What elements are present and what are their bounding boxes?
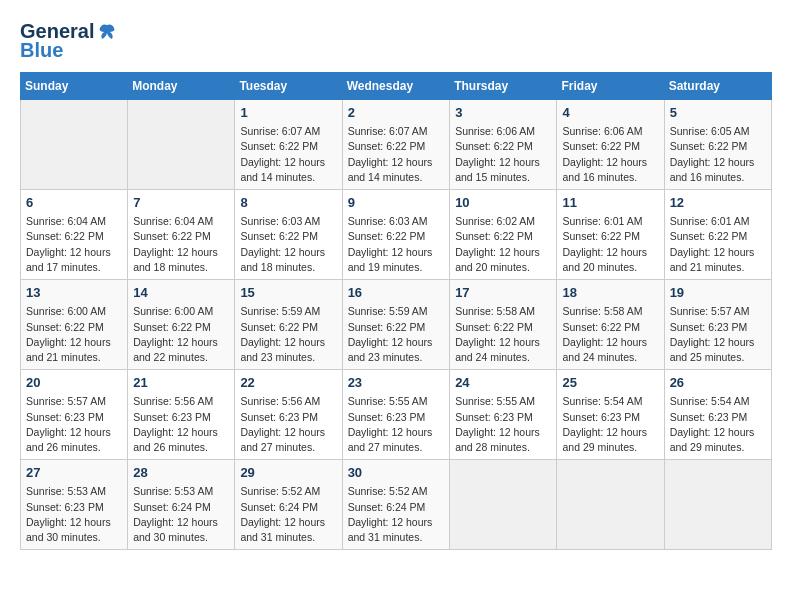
day-of-week-header: Saturday [664, 73, 771, 100]
day-detail: Sunrise: 5:52 AM Sunset: 6:24 PM Dayligh… [240, 484, 336, 545]
calendar-cell: 19Sunrise: 5:57 AM Sunset: 6:23 PM Dayli… [664, 280, 771, 370]
day-detail: Sunrise: 6:07 AM Sunset: 6:22 PM Dayligh… [348, 124, 445, 185]
day-number: 4 [562, 104, 658, 122]
calendar-cell: 23Sunrise: 5:55 AM Sunset: 6:23 PM Dayli… [342, 370, 450, 460]
logo-blue-text: Blue [20, 39, 63, 62]
calendar-cell: 5Sunrise: 6:05 AM Sunset: 6:22 PM Daylig… [664, 100, 771, 190]
calendar-cell [128, 100, 235, 190]
day-detail: Sunrise: 5:56 AM Sunset: 6:23 PM Dayligh… [240, 394, 336, 455]
day-detail: Sunrise: 6:03 AM Sunset: 6:22 PM Dayligh… [348, 214, 445, 275]
day-number: 15 [240, 284, 336, 302]
calendar-week-row: 27Sunrise: 5:53 AM Sunset: 6:23 PM Dayli… [21, 460, 772, 550]
calendar-cell: 25Sunrise: 5:54 AM Sunset: 6:23 PM Dayli… [557, 370, 664, 460]
calendar-cell: 24Sunrise: 5:55 AM Sunset: 6:23 PM Dayli… [450, 370, 557, 460]
day-detail: Sunrise: 6:06 AM Sunset: 6:22 PM Dayligh… [455, 124, 551, 185]
calendar-cell: 13Sunrise: 6:00 AM Sunset: 6:22 PM Dayli… [21, 280, 128, 370]
day-detail: Sunrise: 5:58 AM Sunset: 6:22 PM Dayligh… [562, 304, 658, 365]
day-of-week-header: Tuesday [235, 73, 342, 100]
calendar-cell: 20Sunrise: 5:57 AM Sunset: 6:23 PM Dayli… [21, 370, 128, 460]
day-of-week-header: Monday [128, 73, 235, 100]
calendar-cell: 27Sunrise: 5:53 AM Sunset: 6:23 PM Dayli… [21, 460, 128, 550]
day-number: 25 [562, 374, 658, 392]
calendar-cell: 9Sunrise: 6:03 AM Sunset: 6:22 PM Daylig… [342, 190, 450, 280]
calendar-week-row: 1Sunrise: 6:07 AM Sunset: 6:22 PM Daylig… [21, 100, 772, 190]
day-detail: Sunrise: 5:54 AM Sunset: 6:23 PM Dayligh… [562, 394, 658, 455]
day-number: 23 [348, 374, 445, 392]
day-number: 3 [455, 104, 551, 122]
day-detail: Sunrise: 6:04 AM Sunset: 6:22 PM Dayligh… [133, 214, 229, 275]
day-of-week-header: Wednesday [342, 73, 450, 100]
day-number: 27 [26, 464, 122, 482]
calendar-cell: 12Sunrise: 6:01 AM Sunset: 6:22 PM Dayli… [664, 190, 771, 280]
day-number: 18 [562, 284, 658, 302]
day-detail: Sunrise: 6:04 AM Sunset: 6:22 PM Dayligh… [26, 214, 122, 275]
day-number: 6 [26, 194, 122, 212]
calendar-cell: 16Sunrise: 5:59 AM Sunset: 6:22 PM Dayli… [342, 280, 450, 370]
calendar-cell: 26Sunrise: 5:54 AM Sunset: 6:23 PM Dayli… [664, 370, 771, 460]
day-of-week-header: Sunday [21, 73, 128, 100]
calendar-cell: 18Sunrise: 5:58 AM Sunset: 6:22 PM Dayli… [557, 280, 664, 370]
calendar-cell: 4Sunrise: 6:06 AM Sunset: 6:22 PM Daylig… [557, 100, 664, 190]
day-detail: Sunrise: 6:02 AM Sunset: 6:22 PM Dayligh… [455, 214, 551, 275]
calendar-week-row: 20Sunrise: 5:57 AM Sunset: 6:23 PM Dayli… [21, 370, 772, 460]
day-detail: Sunrise: 5:59 AM Sunset: 6:22 PM Dayligh… [240, 304, 336, 365]
calendar-cell: 29Sunrise: 5:52 AM Sunset: 6:24 PM Dayli… [235, 460, 342, 550]
day-number: 12 [670, 194, 766, 212]
day-number: 24 [455, 374, 551, 392]
day-detail: Sunrise: 5:53 AM Sunset: 6:24 PM Dayligh… [133, 484, 229, 545]
day-detail: Sunrise: 6:03 AM Sunset: 6:22 PM Dayligh… [240, 214, 336, 275]
day-detail: Sunrise: 5:52 AM Sunset: 6:24 PM Dayligh… [348, 484, 445, 545]
calendar-cell: 14Sunrise: 6:00 AM Sunset: 6:22 PM Dayli… [128, 280, 235, 370]
day-detail: Sunrise: 5:55 AM Sunset: 6:23 PM Dayligh… [455, 394, 551, 455]
day-detail: Sunrise: 5:58 AM Sunset: 6:22 PM Dayligh… [455, 304, 551, 365]
day-detail: Sunrise: 6:07 AM Sunset: 6:22 PM Dayligh… [240, 124, 336, 185]
day-detail: Sunrise: 5:54 AM Sunset: 6:23 PM Dayligh… [670, 394, 766, 455]
day-number: 21 [133, 374, 229, 392]
day-detail: Sunrise: 6:00 AM Sunset: 6:22 PM Dayligh… [133, 304, 229, 365]
day-number: 28 [133, 464, 229, 482]
day-detail: Sunrise: 5:56 AM Sunset: 6:23 PM Dayligh… [133, 394, 229, 455]
day-of-week-header: Friday [557, 73, 664, 100]
day-number: 13 [26, 284, 122, 302]
calendar-week-row: 13Sunrise: 6:00 AM Sunset: 6:22 PM Dayli… [21, 280, 772, 370]
calendar-cell: 15Sunrise: 5:59 AM Sunset: 6:22 PM Dayli… [235, 280, 342, 370]
day-number: 9 [348, 194, 445, 212]
calendar-cell: 6Sunrise: 6:04 AM Sunset: 6:22 PM Daylig… [21, 190, 128, 280]
day-number: 5 [670, 104, 766, 122]
day-detail: Sunrise: 6:01 AM Sunset: 6:22 PM Dayligh… [670, 214, 766, 275]
day-detail: Sunrise: 6:05 AM Sunset: 6:22 PM Dayligh… [670, 124, 766, 185]
calendar-header-row: SundayMondayTuesdayWednesdayThursdayFrid… [21, 73, 772, 100]
day-number: 19 [670, 284, 766, 302]
day-number: 16 [348, 284, 445, 302]
day-detail: Sunrise: 5:59 AM Sunset: 6:22 PM Dayligh… [348, 304, 445, 365]
calendar-cell [557, 460, 664, 550]
calendar-cell: 17Sunrise: 5:58 AM Sunset: 6:22 PM Dayli… [450, 280, 557, 370]
day-number: 2 [348, 104, 445, 122]
day-detail: Sunrise: 5:55 AM Sunset: 6:23 PM Dayligh… [348, 394, 445, 455]
calendar-cell [664, 460, 771, 550]
calendar-cell: 22Sunrise: 5:56 AM Sunset: 6:23 PM Dayli… [235, 370, 342, 460]
day-detail: Sunrise: 6:06 AM Sunset: 6:22 PM Dayligh… [562, 124, 658, 185]
day-number: 7 [133, 194, 229, 212]
calendar-cell: 30Sunrise: 5:52 AM Sunset: 6:24 PM Dayli… [342, 460, 450, 550]
day-number: 26 [670, 374, 766, 392]
page-header: General Blue [20, 20, 772, 62]
day-number: 1 [240, 104, 336, 122]
day-number: 8 [240, 194, 336, 212]
day-number: 17 [455, 284, 551, 302]
day-detail: Sunrise: 6:00 AM Sunset: 6:22 PM Dayligh… [26, 304, 122, 365]
day-number: 22 [240, 374, 336, 392]
logo-bird-icon [96, 21, 118, 43]
day-detail: Sunrise: 5:53 AM Sunset: 6:23 PM Dayligh… [26, 484, 122, 545]
day-number: 10 [455, 194, 551, 212]
calendar-cell: 10Sunrise: 6:02 AM Sunset: 6:22 PM Dayli… [450, 190, 557, 280]
calendar-cell: 21Sunrise: 5:56 AM Sunset: 6:23 PM Dayli… [128, 370, 235, 460]
calendar-week-row: 6Sunrise: 6:04 AM Sunset: 6:22 PM Daylig… [21, 190, 772, 280]
calendar-cell [450, 460, 557, 550]
calendar-cell: 7Sunrise: 6:04 AM Sunset: 6:22 PM Daylig… [128, 190, 235, 280]
day-number: 30 [348, 464, 445, 482]
calendar-cell: 1Sunrise: 6:07 AM Sunset: 6:22 PM Daylig… [235, 100, 342, 190]
day-detail: Sunrise: 5:57 AM Sunset: 6:23 PM Dayligh… [670, 304, 766, 365]
calendar-cell: 28Sunrise: 5:53 AM Sunset: 6:24 PM Dayli… [128, 460, 235, 550]
calendar-cell: 2Sunrise: 6:07 AM Sunset: 6:22 PM Daylig… [342, 100, 450, 190]
